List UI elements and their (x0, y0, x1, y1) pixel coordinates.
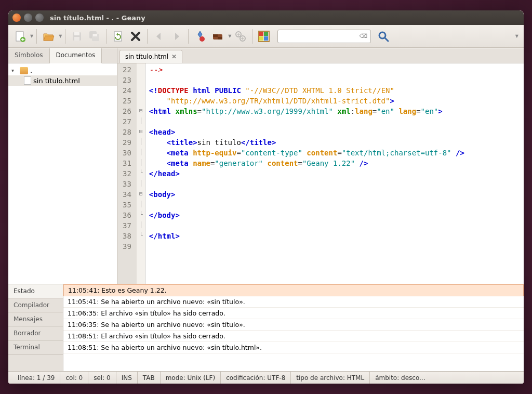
tree-file-row[interactable]: sin título.html (8, 75, 117, 86)
forward-button[interactable] (168, 28, 185, 45)
message-tab-estado[interactable]: Estado (8, 284, 63, 298)
editor-area: sin título.html ✕ 2223242526272829303132… (117, 48, 524, 284)
chevron-down-icon[interactable]: ▼ (228, 34, 231, 38)
document-tab-label: sin título.html (125, 53, 168, 60)
svg-rect-17 (259, 36, 263, 41)
close-icon[interactable]: ✕ (171, 53, 177, 60)
status-col: col: 0 (60, 372, 88, 384)
sidebar: Símbolos Documentos ▾ . sin título.html (8, 48, 117, 284)
status-scope: ámbito: desco... (370, 372, 430, 384)
fold-column[interactable]: ⊟│⊟│││└│⊟│└│└ (137, 63, 146, 284)
save-button[interactable] (69, 28, 85, 45)
message-tab-mensajes[interactable]: Mensajes (8, 312, 63, 326)
minimize-icon[interactable] (24, 14, 32, 22)
tree-collapse-icon[interactable]: ▾ (11, 68, 18, 73)
status-line: línea: 1 / 39 (12, 372, 60, 384)
code-editor[interactable]: 222324252627282930313233343536373839 ⊟│⊟… (117, 63, 524, 284)
maximize-icon[interactable] (35, 14, 44, 22)
message-tab-compilador[interactable]: Compilador (8, 298, 63, 312)
message-panel: EstadoCompiladorMensajesBorradorTerminal… (8, 284, 524, 371)
search-icon[interactable] (375, 28, 392, 45)
app-window: sin título.html - . - Geany ▼ ▼ (8, 10, 524, 384)
sidebar-tab-symbols[interactable]: Símbolos (8, 48, 50, 63)
svg-rect-16 (264, 32, 268, 36)
svg-rect-15 (259, 32, 263, 36)
document-tree[interactable]: ▾ . sin título.html (8, 63, 117, 284)
document-tabs: sin título.html ✕ (117, 48, 524, 63)
tree-folder-label: . (30, 67, 32, 74)
line-gutter: 222324252627282930313233343536373839 (117, 63, 137, 284)
message-tab-terminal[interactable]: Terminal (8, 340, 63, 354)
search-field[interactable] (281, 33, 359, 40)
message-tab-borrador[interactable]: Borrador (8, 326, 63, 340)
save-all-button[interactable] (86, 28, 103, 45)
status-mode: mode: Unix (LF) (161, 372, 221, 384)
status-tab: TAB (138, 372, 161, 384)
execute-button[interactable] (232, 28, 249, 45)
message-row[interactable]: 11:05:41: Se ha abierto un archivo nuevo… (63, 296, 524, 308)
message-tabs: EstadoCompiladorMensajesBorradorTerminal (8, 284, 63, 371)
window-title: sin título.html - . - Geany (50, 14, 145, 22)
message-row[interactable]: 11:08:51: Se ha abierto un archivo nuevo… (63, 342, 524, 353)
folder-icon (20, 67, 28, 74)
message-row[interactable]: 11:06:35: Se ha abierto un archivo nuevo… (63, 319, 524, 331)
tree-folder-row[interactable]: ▾ . (8, 65, 117, 75)
message-row[interactable]: 11:06:35: El archivo «sin título» ha sid… (63, 308, 524, 319)
tree-file-label: sin título.html (33, 77, 80, 85)
search-input[interactable]: ⌫ (277, 30, 371, 43)
close-file-button[interactable] (127, 28, 144, 45)
chevron-down-icon[interactable]: ▼ (515, 34, 518, 38)
svg-rect-18 (264, 36, 268, 41)
message-row[interactable]: 11:05:41: Esto es Geany 1.22. (63, 284, 524, 296)
open-file-button[interactable] (40, 28, 57, 45)
sidebar-tabs: Símbolos Documentos (8, 48, 117, 63)
chevron-down-icon[interactable]: ▼ (59, 34, 62, 38)
svg-rect-4 (74, 37, 79, 41)
toolbar: ▼ ▼ ▼ (8, 25, 524, 48)
file-icon (24, 76, 31, 85)
status-ins: INS (116, 372, 138, 384)
status-encoding: codificación: UTF-8 (221, 372, 291, 384)
svg-rect-7 (93, 34, 97, 36)
sidebar-tab-documents[interactable]: Documentos (50, 48, 102, 63)
back-button[interactable] (151, 28, 167, 45)
svg-rect-11 (213, 34, 218, 37)
message-row[interactable]: 11:08:51: El archivo «sin título» ha sid… (63, 331, 524, 342)
status-sel: sel: 0 (88, 372, 116, 384)
svg-point-9 (200, 36, 205, 42)
reload-button[interactable] (110, 28, 126, 45)
main-area: Símbolos Documentos ▾ . sin título.html … (8, 48, 524, 284)
chevron-down-icon[interactable]: ▼ (30, 34, 33, 38)
svg-rect-12 (218, 37, 222, 40)
build-button[interactable] (209, 28, 226, 45)
compile-button[interactable] (192, 28, 208, 45)
window-controls (12, 14, 44, 22)
statusbar: línea: 1 / 39 col: 0 sel: 0 INS TAB mode… (8, 371, 524, 384)
document-tab[interactable]: sin título.html ✕ (119, 50, 182, 63)
color-chooser-button[interactable] (256, 28, 272, 45)
message-list[interactable]: 11:05:41: Esto es Geany 1.22.11:05:41: S… (63, 284, 524, 371)
close-icon[interactable] (12, 14, 21, 22)
code-body[interactable]: --> <!DOCTYPE html PUBLIC "-//W3C//DTD X… (146, 63, 468, 284)
svg-rect-3 (74, 32, 79, 35)
status-filetype: tipo de archivo: HTML (291, 372, 370, 384)
new-file-button[interactable] (11, 28, 28, 45)
clear-icon[interactable]: ⌫ (359, 33, 367, 40)
titlebar[interactable]: sin título.html - . - Geany (8, 10, 524, 25)
